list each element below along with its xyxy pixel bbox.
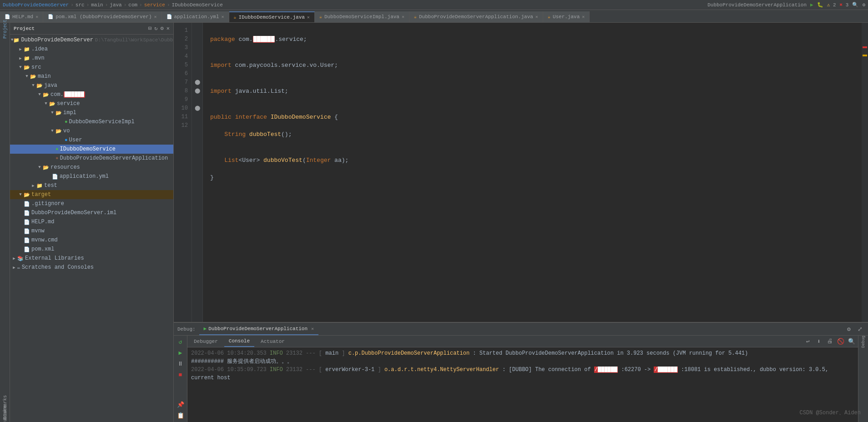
top-bar-right: DubboProvideDemoServerApplication ▶ 🐛 ⚠ … [707, 2, 865, 8]
tab-iservice[interactable]: ☕ IDubboDemoService.java ✕ [229, 11, 315, 22]
tree-iml[interactable]: 📄 DubboProvideDemoServer.iml [10, 208, 173, 217]
tree-impl[interactable]: ▼ 📂 impl [10, 108, 173, 117]
close-tab-serviceimpl[interactable]: ✕ [402, 14, 404, 20]
log-arrow: :62270 -> [621, 367, 654, 373]
tree-target[interactable]: ▼ 📂 target [10, 190, 173, 199]
print-icon[interactable]: 🖨 [825, 337, 834, 346]
log-redacted-1: /██████ [594, 367, 618, 373]
tree-com[interactable]: ▼ 📂 com.██████ [10, 90, 173, 99]
tree-mvn[interactable]: ▶ 📁 .mvn [10, 54, 173, 63]
tree-scratches[interactable]: ▶ ✏️ Scratches and Consoles [10, 263, 173, 272]
search-console-icon[interactable]: 🔍 [847, 337, 856, 346]
close-debug-session[interactable]: ✕ [311, 326, 314, 332]
search-icon[interactable]: 🔍 [852, 2, 858, 8]
debug-strip-icon-1[interactable]: Debug [859, 337, 868, 347]
tab-label-appjava: DubboProvideDemoServerApplication.java [419, 14, 533, 20]
tree-service[interactable]: ▼ 📂 service [10, 99, 173, 108]
resume-icon[interactable]: ▶ [176, 348, 185, 357]
soft-wrap-icon[interactable]: ↩ [803, 337, 812, 346]
breadcrumb-com: com [128, 2, 137, 8]
tab-serviceimpl[interactable]: ☕ DubboDemoServiceImpl.java ✕ [315, 11, 409, 22]
pin-icon[interactable]: 📌 [176, 400, 185, 409]
close-tab-iservice[interactable]: ✕ [307, 15, 310, 20]
stop-icon[interactable]: ■ [176, 370, 185, 379]
debug-session-tab[interactable]: ▶ DubboProvideDemoServerApplication ✕ [199, 323, 319, 335]
warning-indicator[interactable]: ⚠ 2 [827, 2, 836, 8]
console-actions: ↩ ⬇ 🖨 🚫 🔍 [803, 337, 856, 346]
tab-label-iservice: IDubboDemoService.java [239, 15, 305, 20]
tree-helpmd[interactable]: 📄 HELP.md [10, 217, 173, 226]
icon-root: 📁 [13, 37, 20, 43]
close-tab-user[interactable]: ✕ [582, 14, 585, 20]
tree-resources[interactable]: ▼ 📂 resources [10, 163, 173, 172]
tree-mvnw[interactable]: 📄 mvnw [10, 226, 173, 236]
log-line-3: 2022-04-06 10:35:09.723 INFO 23132 --- [… [191, 366, 854, 382]
log-timestamp-1: 2022-04-06 10:34:20.353 [191, 350, 267, 357]
tree-appyml[interactable]: 📄 application.yml [10, 172, 173, 181]
breadcrumb-project[interactable]: DubboProvideDemoServer [3, 2, 69, 8]
debug-panel-header: Debug: ▶ DubboProvideDemoServerApplicati… [174, 323, 868, 336]
top-bar: DubboProvideDemoServer › src › main › ja… [0, 0, 868, 10]
tree-pomxml[interactable]: 📄 pom.xml [10, 245, 173, 254]
settings-panel-icon[interactable]: ⚙ [161, 25, 164, 32]
tab-appjava[interactable]: ☕ DubboProvideDemoServerApplication.java… [409, 11, 543, 22]
debug-content: ↺ ▶ ⏸ ■ 📌 📋 Debugger Console [174, 336, 868, 422]
breadcrumb-file: IDubboDemoService [172, 2, 223, 8]
close-tab-pom[interactable]: ✕ [154, 14, 156, 20]
tab-user[interactable]: ☕ User.java ✕ [543, 11, 590, 22]
close-tab-appjava[interactable]: ✕ [535, 14, 538, 20]
tree-serviceimpl[interactable]: ● DubboDemoServiceImpl [10, 117, 173, 126]
collapse-all-icon[interactable]: ⊟ [148, 25, 151, 32]
main-layout: Project Bookmarks Structure Project ⊟ ↻ … [0, 23, 868, 422]
settings-debug-icon[interactable]: ⚙ [844, 325, 853, 334]
tab-pom[interactable]: 📄 pom.xml (DubboProvideDemoServer) ✕ [43, 11, 161, 22]
tab-yaml[interactable]: 📄 application.yml ✕ [162, 11, 229, 22]
debug-tools: ⚙ ⤢ [844, 325, 864, 334]
log-thread-3: erverWorker-3-1 [325, 367, 374, 373]
structure-icon[interactable]: Structure [0, 413, 10, 422]
console-tab[interactable]: Console [224, 336, 254, 347]
code-content[interactable]: package com.██████.service; import com.p… [203, 23, 862, 322]
scroll-to-end-icon[interactable]: ⬇ [814, 337, 823, 346]
tree-extlibs[interactable]: ▶ 📚 External Libraries [10, 254, 173, 263]
tree-idea[interactable]: ▶ 📁 .idea [10, 45, 173, 54]
debugger-tab[interactable]: Debugger [189, 336, 222, 347]
console-output[interactable]: 2022-04-06 10:34:20.353 INFO 23132 --- [… [187, 347, 858, 422]
tab-icon-yaml: 📄 [167, 14, 172, 20]
debug-button[interactable]: 🐛 [817, 2, 823, 8]
actuator-tab[interactable]: Actuator [256, 336, 289, 347]
tree-gitignore[interactable]: 📄 .gitignore [10, 199, 173, 208]
close-tab-help[interactable]: ✕ [35, 14, 38, 20]
pause-icon[interactable]: ⏸ [176, 359, 185, 368]
tree-vo[interactable]: ▼ 📂 vo [10, 126, 173, 136]
close-tab-yaml[interactable]: ✕ [222, 14, 224, 20]
debugger-tab-label: Debugger [194, 339, 218, 344]
log-msg-1: : Started DubboProvideDemoServerApplicat… [473, 350, 748, 357]
breadcrumb-service: service [144, 2, 165, 8]
console-area: Debugger Console Actuator ↩ ⬇ 🖨 🚫 [187, 336, 858, 422]
tab-icon-iservice: ☕ [234, 15, 237, 20]
expand-debug-icon[interactable]: ⤢ [855, 325, 864, 334]
tree-user[interactable]: ● User [10, 136, 173, 145]
tree-main[interactable]: ▼ 📂 main [10, 72, 173, 81]
run-button[interactable]: ▶ [810, 2, 813, 8]
close-panel-icon[interactable]: ✕ [167, 25, 170, 32]
log-thread-1: main [325, 350, 338, 357]
error-indicator[interactable]: ✖ 3 [840, 2, 849, 8]
tree-mvnwcmd[interactable]: 📄 mvnw.cmd [10, 236, 173, 245]
tree-src[interactable]: ▼ 📂 src [10, 63, 173, 72]
sync-icon[interactable]: ↻ [154, 25, 157, 32]
project-icon[interactable]: Project [0, 25, 10, 34]
tree-app[interactable]: ● DubboProvideDemoServerApplication [10, 154, 173, 163]
clear-console-icon[interactable]: 🚫 [836, 337, 845, 346]
settings-icon[interactable]: ⚙ [862, 2, 865, 8]
tree-root[interactable]: ▼ 📁 DubboProvideDemoServer D:\Tangbull\W… [10, 35, 173, 45]
dump-icon[interactable]: 📋 [176, 411, 185, 420]
watermark: CSDN @Sonder、Aiden [800, 409, 861, 417]
run-config[interactable]: DubboProvideDemoServerApplication [707, 2, 807, 8]
tree-test[interactable]: ▶ 📁 test [10, 181, 173, 190]
tree-java[interactable]: ▼ 📂 java [10, 81, 173, 90]
tree-iservice-selected[interactable]: ● IDubboDemoService [10, 145, 173, 154]
restart-icon[interactable]: ↺ [176, 337, 185, 347]
log-pid-1: 23132 --- [ [286, 350, 322, 357]
